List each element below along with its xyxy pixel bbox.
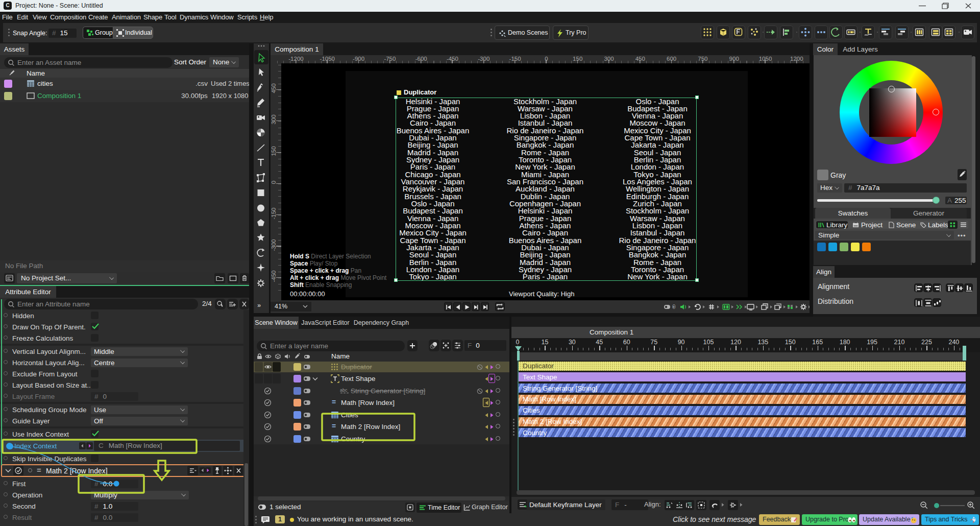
svg-text:abc: abc (340, 388, 348, 393)
